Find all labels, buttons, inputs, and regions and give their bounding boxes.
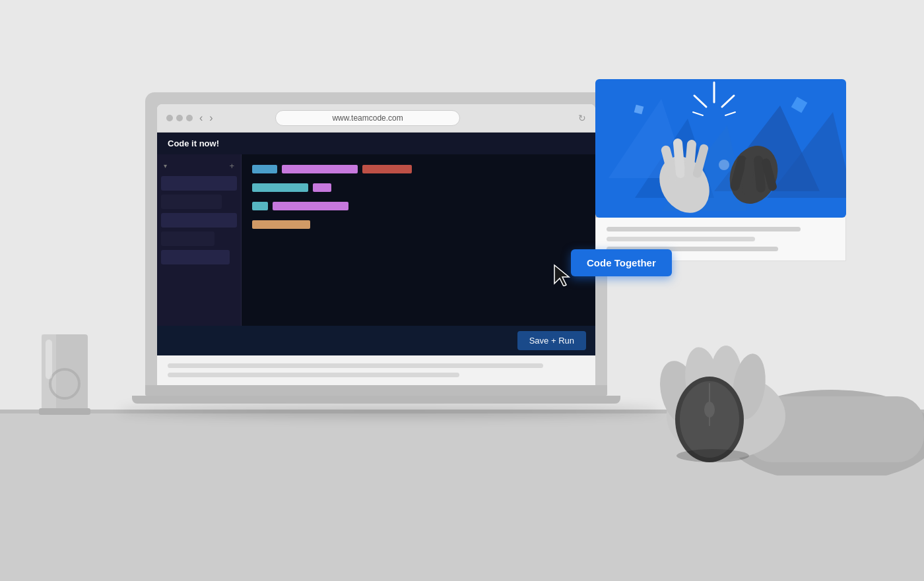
save-run-button[interactable]: Save + Run — [517, 331, 586, 350]
laptop-base-hinge — [145, 385, 607, 396]
cursor-icon — [553, 264, 572, 286]
browser-titlebar: ‹ › www.teamcode.com ↻ — [157, 104, 595, 133]
svg-rect-4 — [46, 340, 52, 379]
dot-red — [166, 115, 173, 121]
editor-file-tree: ▾ + — [157, 154, 242, 326]
svg-point-27 — [719, 160, 729, 170]
svg-line-15 — [693, 112, 703, 115]
code-area[interactable] — [242, 154, 595, 326]
dot-yellow — [176, 115, 183, 121]
editor-body: ▾ + — [157, 154, 595, 326]
code-line-3 — [252, 200, 585, 211]
browser-address-bar[interactable]: www.teamcode.com — [275, 110, 460, 126]
file-item-2 — [161, 195, 222, 209]
dot-green — [186, 115, 193, 121]
code-together-button[interactable]: Code Together — [571, 249, 672, 276]
blue-banner — [595, 79, 846, 218]
svg-rect-3 — [39, 408, 90, 415]
browser-forward-button[interactable]: › — [209, 112, 213, 124]
code-editor: Code it now! ▾ + — [157, 133, 595, 355]
plus-icon[interactable]: + — [229, 161, 234, 171]
url-text: www.teamcode.com — [332, 113, 403, 123]
file-item-3 — [161, 213, 237, 228]
editor-header: Code it now! — [157, 133, 595, 154]
browser-traffic-lights — [166, 115, 193, 121]
file-item-1 — [161, 176, 237, 191]
laptop-screen-frame: ‹ › www.teamcode.com ↻ Code it now! — [145, 92, 607, 385]
editor-footer: Save + Run — [157, 326, 595, 355]
svg-line-16 — [725, 112, 735, 115]
laptop-base — [132, 396, 620, 404]
banner-illustration — [595, 79, 846, 218]
svg-marker-28 — [554, 265, 569, 286]
chevron-down-icon: ▾ — [164, 162, 167, 169]
hand-mouse-illustration — [581, 251, 924, 475]
cursor-arrow — [553, 264, 572, 289]
code-together-popup: Code Together — [571, 249, 672, 276]
right-panel-line-1 — [607, 227, 801, 231]
browser-content-area — [157, 355, 595, 385]
file-item-4 — [161, 231, 214, 246]
glass-cup — [36, 334, 92, 423]
svg-line-14 — [722, 96, 734, 107]
code-line-4 — [252, 219, 585, 229]
refresh-icon[interactable]: ↻ — [578, 113, 586, 123]
svg-point-41 — [676, 449, 749, 462]
laptop-shadow — [119, 404, 660, 417]
hand-mouse-container — [581, 251, 924, 475]
svg-line-13 — [694, 96, 706, 107]
browser-window: ‹ › www.teamcode.com ↻ Code it now! — [157, 104, 595, 385]
svg-rect-10 — [791, 97, 808, 113]
code-line-1 — [252, 164, 585, 174]
svg-point-40 — [704, 402, 715, 417]
editor-title: Code it now! — [168, 138, 219, 148]
laptop-outer: ‹ › www.teamcode.com ↻ Code it now! — [145, 92, 620, 404]
right-panel-line-2 — [607, 237, 755, 241]
browser-back-button[interactable]: ‹ — [199, 112, 203, 124]
file-item-5 — [161, 250, 230, 264]
code-line-2 — [252, 182, 585, 193]
svg-rect-11 — [634, 105, 644, 115]
